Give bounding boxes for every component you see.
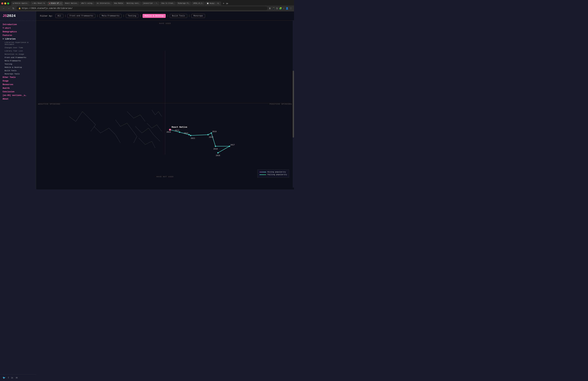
svg-point-8: [188, 134, 190, 135]
main-layout: JS2024 Introduction T-shirt Demographics…: [0, 11, 294, 189]
sidebar: JS2024 Introduction T-shirt Demographics…: [0, 11, 36, 189]
sidebar-item-sections-u[interactable]: [en-US] sections._u…: [0, 94, 36, 97]
forward-button[interactable]: →: [7, 7, 10, 10]
nav-actions: ⬇ 📱 S 🧩 ↕ 👤 ⋮: [269, 7, 292, 10]
close-button[interactable]: [1, 2, 3, 4]
browser-tab[interactable]: An Interactiv…: [95, 1, 112, 5]
falling-line-icon: [260, 174, 266, 175]
menu-button[interactable]: ⋮: [290, 7, 292, 10]
chart-container: HAVE USED HAVE NOT USED NEGATIVE OPINION…: [36, 21, 294, 188]
filter-testing[interactable]: Testing: [126, 14, 138, 18]
tab-overflow-button[interactable]: ≫: [226, 2, 228, 5]
lock-icon: 🔒: [18, 7, 21, 10]
svg-point-6: [207, 134, 209, 135]
scrollbar-thumb[interactable]: [293, 71, 294, 137]
svg-point-7: [190, 135, 191, 136]
sidebar-item-mobile-desktop[interactable]: Mobile & Desktop: [0, 66, 36, 69]
cast-button[interactable]: 📱: [272, 7, 275, 10]
sidebar-item-demographics[interactable]: Demographics: [0, 30, 36, 34]
sidebar-item-meta-frameworks[interactable]: Meta-Frameworks: [0, 59, 36, 62]
svg-text:2021: 2021: [191, 137, 195, 139]
site-logo: JS2024: [0, 14, 36, 21]
browser-tab[interactable]: MyGarage Fi…: [176, 1, 191, 5]
new-tab-button[interactable]: +: [221, 2, 226, 5]
browser-tab[interactable]: Nesting navi…: [125, 1, 141, 5]
sidebar-item-about[interactable]: About: [0, 97, 36, 101]
traffic-lights: [1, 2, 9, 4]
profile-button[interactable]: S: [276, 7, 278, 10]
svg-text:2022: 2022: [184, 132, 188, 134]
svg-text:2018: 2018: [213, 148, 218, 150]
tab-close-icon[interactable]: ✕: [60, 2, 61, 4]
svg-point-9: [179, 131, 180, 133]
filter-mobile-desktop[interactable]: Mobile & Desktop: [143, 14, 166, 18]
svg-text:2020: 2020: [209, 136, 213, 138]
filter-monorepo[interactable]: Monorepo: [191, 14, 205, 18]
filter-bar: Filter by: All | Front-end Frameworks | …: [36, 11, 294, 21]
scrollbar-track: [293, 21, 294, 188]
rising-line-icon: [260, 172, 266, 172]
url-text: https://2024.stateofjs.com/en-US/librari…: [22, 7, 73, 10]
svg-text:2019: 2019: [212, 130, 217, 133]
sidebar-item-tshirt[interactable]: T-shirt: [0, 26, 36, 30]
sidebar-item-frontend-frameworks[interactable]: Front-end Frameworks: [0, 56, 36, 59]
reload-button[interactable]: ↻: [12, 7, 15, 10]
sidebar-item-retention-vs-usage[interactable]: Retention vs Usage: [0, 53, 36, 56]
svg-point-4: [215, 146, 216, 147]
sidebar-item-library-tier-list[interactable]: Library Tier List: [0, 49, 36, 53]
svg-point-5: [211, 132, 212, 134]
extensions-button[interactable]: 🧩: [279, 7, 282, 10]
svg-text:2017: 2017: [230, 144, 235, 146]
svg-text:2023: 2023: [175, 129, 179, 131]
filter-label: Filter by:: [40, 15, 53, 17]
sidebar-item-awards[interactable]: Awards: [0, 86, 36, 90]
chart-svg: 2016 2017 2018 2019 2020 2021 2022 2023 …: [36, 21, 294, 188]
sidebar-item-introduction[interactable]: Introduction: [0, 23, 36, 26]
user-profile-icon[interactable]: 👤: [286, 7, 288, 10]
svg-point-3: [229, 146, 230, 147]
sidebar-item-libraries-experience[interactable]: Libraries Experience & Sentiment: [0, 41, 36, 46]
browser-tab-active[interactable]: ● State of… ✕: [47, 1, 63, 5]
legend-falling: Falling popularity: [260, 174, 287, 176]
svg-point-10: [169, 129, 171, 131]
sidebar-item-resources[interactable]: Resources: [0, 83, 36, 86]
svg-text:2016: 2016: [216, 154, 220, 157]
back-button[interactable]: ←: [2, 7, 6, 10]
sidebar-item-other-tools[interactable]: Other Tools: [0, 76, 36, 79]
svg-text:React Native: React Native: [172, 126, 187, 128]
svg-point-2: [217, 152, 219, 153]
tab-bar: ⚙️Mobile Applic… ⚛️Why React N… ● State …: [0, 0, 294, 5]
legend-rising: Rising popularity: [260, 171, 287, 173]
sidebar-item-conclusion[interactable]: Conclusion: [0, 90, 36, 94]
filter-all[interactable]: All: [55, 14, 63, 18]
sidebar-item-libraries[interactable]: Libraries: [0, 37, 36, 41]
sync-button[interactable]: ↕: [283, 7, 284, 10]
sidebar-item-build-tools[interactable]: Build Tools: [0, 69, 36, 72]
filter-build-tools[interactable]: Build Tools: [170, 14, 187, 18]
browser-tab[interactable]: React Native…: [63, 1, 79, 5]
browser-chrome: ⚙️Mobile Applic… ⚛️Why React N… ● State …: [0, 0, 294, 11]
sidebar-item-monorepo-tools[interactable]: Monorepo Tools: [0, 72, 36, 76]
browser-tab[interactable]: ⚙️Mobile Applic…: [11, 1, 30, 5]
bookmarks-button[interactable]: ⬇: [269, 7, 271, 10]
browser-tab[interactable]: UMSG_v3_3…: [192, 1, 205, 5]
browser-tab[interactable]: 🔲 Modal - R…: [205, 1, 221, 5]
navigation-bar: ← → ↻ 🔒 https://2024.stateofjs.com/en-US…: [0, 5, 294, 11]
address-bar[interactable]: 🔒 https://2024.stateofjs.com/en-US/libra…: [16, 6, 268, 10]
browser-tab[interactable]: How to Creat…: [160, 1, 176, 5]
maximize-button[interactable]: [7, 2, 9, 4]
filter-frontend-frameworks[interactable]: Front-end Frameworks: [67, 14, 95, 18]
browser-tab[interactable]: ⚛️Why React N…: [30, 1, 47, 5]
svg-text:2024: 2024: [167, 131, 171, 133]
chart-legend: Rising popularity Falling popularity: [257, 170, 289, 178]
browser-tab[interactable]: javascript - r…: [141, 1, 159, 5]
sidebar-item-features[interactable]: Features: [0, 34, 36, 37]
sidebar-item-changes-over-time[interactable]: Changes Over Time: [0, 46, 36, 49]
filter-meta-frameworks[interactable]: Meta-Frameworks: [100, 14, 122, 18]
sidebar-item-testing[interactable]: Testing: [0, 62, 36, 66]
minimize-button[interactable]: [4, 2, 6, 4]
browser-tab[interactable]: New Media: [113, 1, 125, 5]
browser-tab[interactable]: Who's using…: [80, 1, 95, 5]
sidebar-item-usage[interactable]: Usage: [0, 79, 36, 83]
main-content: Filter by: All | Front-end Frameworks | …: [36, 11, 294, 189]
